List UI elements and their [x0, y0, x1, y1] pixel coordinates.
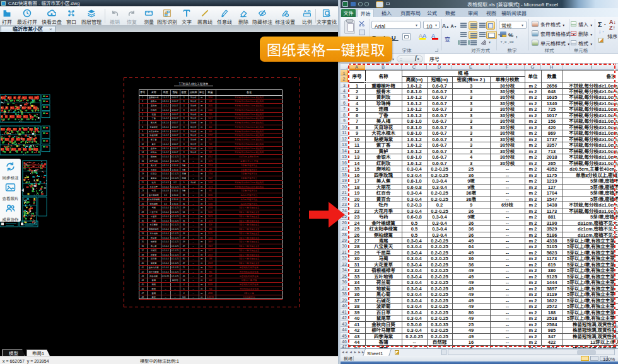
svg-text:A:B: A:B [303, 9, 311, 14]
